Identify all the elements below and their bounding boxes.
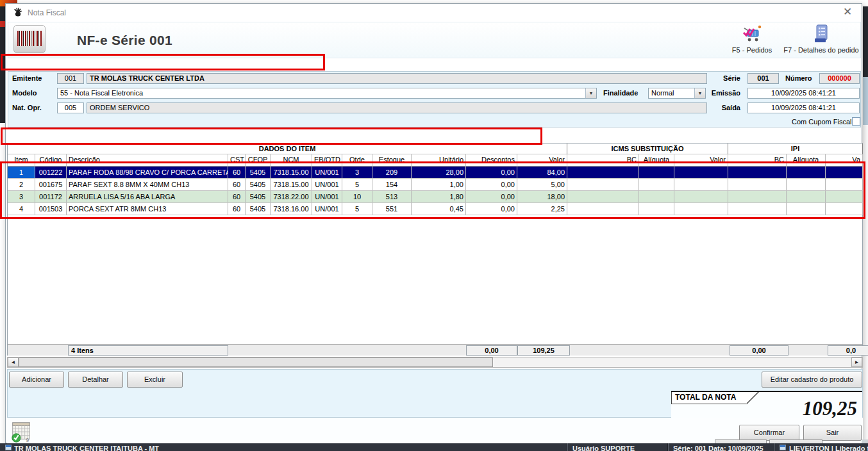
- cupom-fiscal-checkbox[interactable]: [852, 117, 860, 126]
- cell: 0,00: [466, 203, 517, 215]
- f7-detalhes-button[interactable]: F7 - Detalhes do pedido: [781, 24, 861, 54]
- cell: [826, 191, 863, 203]
- cell: 001222: [35, 167, 67, 179]
- document-icon: [813, 24, 830, 44]
- grid-group-0: DADOS DO ITEM: [8, 144, 567, 154]
- natopr-name-field[interactable]: ORDEM SERVICO: [87, 102, 707, 113]
- column-header-16[interactable]: Alíquota: [787, 154, 826, 167]
- editar-cadastro-button[interactable]: Editar cadastro do produto: [762, 372, 862, 388]
- cell: 3: [342, 167, 372, 179]
- titlebar: Nota Fiscal ✕: [6, 4, 862, 21]
- sair-button[interactable]: Sair: [803, 425, 862, 441]
- finalidade-combobox[interactable]: Normal▼: [648, 88, 706, 99]
- cell: 0,00: [466, 191, 517, 203]
- f5-pedidos-button[interactable]: F5 - Pedidos: [728, 24, 776, 54]
- emissao-label: Emissão: [702, 89, 740, 97]
- natopr-code-field[interactable]: 005: [57, 102, 84, 113]
- items-count: 4 Itens: [68, 345, 228, 356]
- column-header-2[interactable]: Descrição: [67, 154, 228, 167]
- saida-field[interactable]: 10/09/2025 08:41:21: [747, 102, 860, 113]
- column-header-7[interactable]: Qtde: [342, 154, 372, 167]
- calendar-icon[interactable]: 9: [10, 420, 33, 443]
- column-header-8[interactable]: Estoque: [372, 154, 412, 167]
- column-header-17[interactable]: Va: [826, 154, 863, 167]
- emissao-field[interactable]: 10/09/2025 08:41:21: [747, 88, 860, 99]
- column-header-10[interactable]: Descontos: [466, 154, 517, 167]
- cell: ARRUELA LISA 5/16 ABA LARGA: [67, 191, 228, 203]
- detalhar-button[interactable]: Detalhar: [68, 372, 123, 388]
- cell: [567, 191, 639, 203]
- scrollbar-thumb[interactable]: [19, 357, 493, 367]
- grid-footer: 4 Itens0,00109,250,000,0: [8, 344, 862, 356]
- cell: 1,80: [412, 191, 466, 203]
- desktop-left-red-fragment: [0, 21, 5, 27]
- emitente-name-field[interactable]: TR MOLAS TRUCK CENTER LTDA: [87, 73, 707, 84]
- cell: UN/001: [312, 191, 342, 203]
- footer-total-1: 0,00: [466, 345, 517, 356]
- column-header-4[interactable]: CFOP: [246, 154, 271, 167]
- cell: 7318.22.00: [271, 191, 312, 203]
- table-row[interactable]: 3001172ARRUELA LISA 5/16 ABA LARGA605405…: [8, 191, 862, 203]
- confirmar-button[interactable]: Confirmar: [739, 425, 799, 441]
- app-window-icon: [5, 445, 12, 450]
- cell: 5405: [246, 203, 271, 215]
- grid-group-1: ICMS SUBSTITUIÇÃO: [567, 144, 728, 154]
- saida-label: Saída: [702, 104, 740, 111]
- column-header-12[interactable]: BC: [567, 154, 639, 167]
- column-header-5[interactable]: NCM: [271, 154, 312, 167]
- column-header-11[interactable]: Valor: [517, 154, 567, 167]
- serie-field[interactable]: 001: [747, 73, 779, 84]
- table-row[interactable]: 2001675PARAF SEXT 8.8 8MM X 40MM CH13605…: [8, 179, 862, 191]
- grid-column-header: ItemCódigoDescriçãoCSTCFOPNCMEB/QTDQtdeE…: [8, 154, 862, 167]
- cell: 5: [342, 179, 372, 191]
- svg-text:9: 9: [26, 437, 29, 443]
- cell: 0,45: [412, 203, 466, 215]
- grid-rows: 1001222PARAF RODA 88/98 CRAVO C/ PORCA C…: [8, 167, 862, 215]
- emitente-code-field[interactable]: 001: [57, 73, 84, 84]
- status-bar: TR MOLAS TRUCK CENTER ITAITUBA - MT Usuá…: [0, 443, 868, 451]
- column-header-6[interactable]: EB/QTD: [312, 154, 342, 167]
- cell: 1: [8, 167, 35, 179]
- cell: PARAF SEXT 8.8 8MM X 40MM CH13: [67, 179, 228, 191]
- cell: 5405: [246, 179, 271, 191]
- close-icon[interactable]: ✕: [841, 6, 854, 19]
- column-header-3[interactable]: CST: [228, 154, 246, 167]
- column-header-13[interactable]: Alíquota: [639, 154, 674, 167]
- window-title: Nota Fiscal: [28, 8, 66, 17]
- cupom-fiscal-label: Com Cupom Fiscal: [792, 118, 852, 126]
- status-separator: [567, 443, 568, 451]
- column-header-0[interactable]: Item: [8, 154, 35, 167]
- cell: [674, 203, 728, 215]
- cell: [826, 203, 863, 215]
- adicionar-button[interactable]: Adicionar: [9, 372, 64, 388]
- numero-field[interactable]: 000000: [819, 73, 860, 84]
- chevron-down-icon[interactable]: ▼: [585, 88, 596, 98]
- scroll-right-icon[interactable]: ►: [851, 357, 862, 367]
- column-header-1[interactable]: Código: [35, 154, 67, 167]
- cell: 7318.16.00: [271, 203, 312, 215]
- cell: 3: [8, 191, 35, 203]
- cell: [674, 191, 728, 203]
- cell: [728, 179, 787, 191]
- cell: 513: [372, 191, 412, 203]
- desktop-right-strip-light: [863, 77, 868, 125]
- f7-detalhes-label: F7 - Detalhes do pedido: [781, 46, 861, 54]
- cell: [639, 191, 674, 203]
- table-row[interactable]: 1001222PARAF RODA 88/98 CRAVO C/ PORCA C…: [8, 167, 862, 179]
- cell: 1,00: [412, 179, 466, 191]
- modelo-combobox[interactable]: 55 - Nota Fiscal Eletronica▼: [57, 88, 597, 99]
- total-da-nota-box: TOTAL DA NOTA 109,25: [671, 391, 862, 418]
- column-header-14[interactable]: Valor: [674, 154, 728, 167]
- horizontal-scrollbar[interactable]: ◄ ►: [7, 357, 863, 368]
- cell: [728, 167, 787, 179]
- cell: [787, 179, 826, 191]
- table-row[interactable]: 4001503PORCA SEXT ATR 8MM CH136054057318…: [8, 203, 862, 215]
- column-header-15[interactable]: BC: [728, 154, 787, 167]
- cell: [567, 167, 639, 179]
- scroll-left-icon[interactable]: ◄: [8, 357, 19, 367]
- total-da-nota-value: 109,25: [803, 397, 857, 420]
- grid-group-2: IPI: [728, 144, 863, 154]
- column-header-9[interactable]: Unitário: [412, 154, 466, 167]
- excluir-button[interactable]: Excluir: [127, 372, 183, 388]
- page-title: NF-e Série 001: [77, 33, 172, 48]
